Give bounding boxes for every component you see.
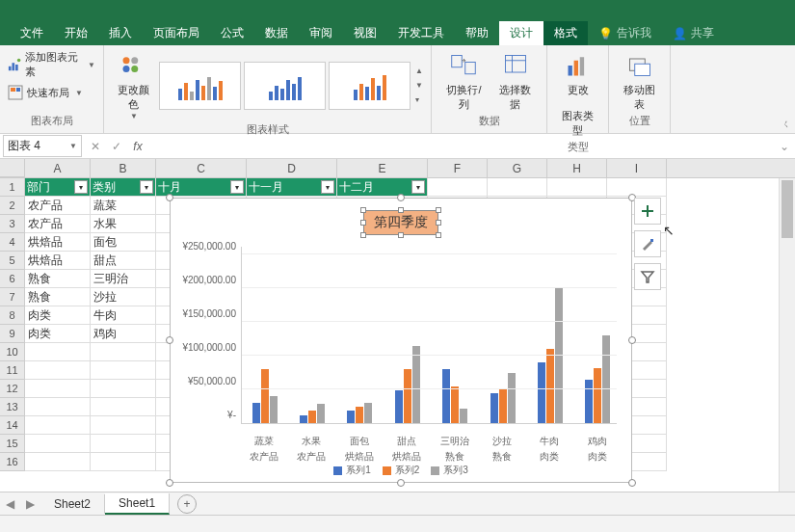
quick-layout[interactable]: 快速布局▼	[6, 83, 85, 102]
row-header[interactable]: 5	[0, 252, 25, 270]
cell[interactable]	[607, 178, 667, 197]
filter-icon[interactable]: ▾	[230, 180, 244, 194]
data-cell[interactable]: 三明治	[91, 270, 156, 288]
tab-formula[interactable]: 公式	[210, 21, 254, 45]
chart-bar[interactable]	[490, 393, 498, 424]
data-cell[interactable]: 水果	[91, 215, 156, 233]
style-thumb-3[interactable]	[329, 62, 411, 110]
row-header[interactable]: 2	[0, 197, 25, 215]
chart-bar[interactable]	[300, 415, 307, 423]
cell[interactable]	[428, 178, 488, 197]
row-header[interactable]: 7	[0, 288, 25, 306]
resize-handle[interactable]	[397, 194, 405, 201]
row-header[interactable]: 15	[0, 435, 25, 453]
row-header[interactable]: 10	[0, 343, 25, 361]
col-header[interactable]: D	[247, 159, 337, 177]
switch-row-col[interactable]: 切换行/列	[437, 48, 490, 114]
chart-bar[interactable]	[252, 403, 260, 423]
plot-area[interactable]	[241, 247, 617, 424]
data-cell[interactable]: 肉类	[25, 306, 91, 325]
table-header-cell[interactable]: 十一月▾	[247, 178, 337, 197]
add-sheet-button[interactable]: +	[177, 494, 197, 514]
select-data[interactable]: 选择数据	[490, 48, 541, 114]
chart-bar[interactable]	[364, 403, 372, 423]
tab-layout[interactable]: 页面布局	[143, 21, 210, 45]
col-header[interactable]: E	[337, 159, 428, 177]
tab-design[interactable]: 设计	[499, 21, 543, 45]
tab-home[interactable]: 开始	[54, 21, 98, 45]
chart-bar[interactable]	[602, 335, 610, 423]
scroll-up-icon[interactable]: ▲	[415, 66, 423, 75]
data-cell[interactable]: 熟食	[25, 288, 91, 306]
resize-handle[interactable]	[166, 479, 173, 487]
chart-bar[interactable]	[451, 386, 459, 424]
cell[interactable]	[91, 343, 156, 361]
row-header[interactable]: 4	[0, 233, 25, 252]
chart-object[interactable]: 第四季度 ¥-¥50,000.00¥100,000.00¥150,000.00¥…	[170, 198, 632, 483]
cell[interactable]	[25, 453, 91, 471]
share-button[interactable]: 👤共享	[662, 21, 725, 45]
col-header[interactable]: G	[488, 159, 547, 177]
resize-handle[interactable]	[628, 336, 636, 344]
name-box[interactable]: 图表 4▼	[3, 135, 82, 157]
cell[interactable]	[91, 398, 156, 416]
data-cell[interactable]: 蔬菜	[91, 197, 156, 215]
cell[interactable]	[25, 435, 91, 453]
tab-nav-next[interactable]: ▶	[20, 497, 40, 511]
tab-format[interactable]: 格式	[543, 21, 588, 45]
data-cell[interactable]: 面包	[91, 233, 156, 252]
scroll-down-icon[interactable]: ▼	[415, 81, 423, 90]
chart-bar[interactable]	[442, 369, 450, 423]
chart-legend[interactable]: 系列1系列2系列3	[175, 464, 626, 477]
change-chart-type[interactable]: 更改图表类型	[553, 48, 602, 140]
legend-item[interactable]: 系列3	[431, 464, 468, 477]
row-header[interactable]: 11	[0, 361, 25, 380]
collapse-ribbon-icon[interactable]: ㄑ	[782, 118, 791, 131]
chart-bar[interactable]	[594, 368, 601, 423]
row-header[interactable]: 6	[0, 270, 25, 288]
row-header[interactable]: 16	[0, 453, 25, 471]
tab-data[interactable]: 数据	[254, 21, 299, 45]
cell[interactable]	[547, 178, 607, 197]
tell-me[interactable]: 💡告诉我	[588, 21, 662, 45]
chart-bar[interactable]	[356, 407, 363, 424]
cell[interactable]	[91, 380, 156, 398]
table-header-cell[interactable]: 类别▾	[91, 178, 156, 197]
row-header[interactable]: 13	[0, 398, 25, 416]
cell[interactable]	[91, 416, 156, 435]
tab-help[interactable]: 帮助	[455, 21, 499, 45]
chart-bar[interactable]	[546, 349, 554, 423]
data-cell[interactable]: 烘焙品	[25, 252, 91, 270]
tab-dev[interactable]: 开发工具	[387, 21, 455, 45]
data-cell[interactable]: 牛肉	[91, 306, 156, 325]
tab-file[interactable]: 文件	[10, 21, 54, 45]
col-header[interactable]: A	[25, 159, 91, 177]
row-header[interactable]: 9	[0, 325, 25, 343]
chart-filter-button[interactable]	[634, 263, 661, 290]
chart-style-gallery[interactable]	[156, 59, 413, 113]
cell[interactable]	[91, 453, 156, 471]
chart-bar[interactable]	[412, 346, 420, 424]
filter-icon[interactable]: ▾	[321, 180, 334, 194]
chart-bar[interactable]	[404, 369, 411, 423]
data-cell[interactable]: 熟食	[25, 270, 91, 288]
style-thumb-1[interactable]	[159, 62, 241, 110]
tab-nav-prev[interactable]: ◀	[0, 497, 20, 511]
chart-bar[interactable]	[499, 388, 507, 423]
chart-bar[interactable]	[395, 390, 403, 423]
data-cell[interactable]: 甜点	[91, 252, 156, 270]
col-header[interactable]: I	[607, 159, 667, 177]
sheet-tab-sheet2[interactable]: Sheet2	[40, 494, 105, 514]
col-header[interactable]: B	[91, 159, 156, 177]
cancel-icon[interactable]: ✕	[85, 136, 106, 157]
filter-icon[interactable]: ▾	[411, 180, 425, 194]
filter-icon[interactable]: ▾	[140, 180, 153, 194]
row-header[interactable]: 8	[0, 306, 25, 325]
data-cell[interactable]: 肉类	[25, 325, 91, 343]
chart-bar[interactable]	[347, 411, 355, 423]
legend-item[interactable]: 系列2	[383, 464, 420, 477]
data-cell[interactable]: 沙拉	[91, 288, 156, 306]
select-all-corner[interactable]	[0, 159, 25, 177]
data-cell[interactable]: 烘焙品	[25, 233, 91, 252]
filter-icon[interactable]: ▾	[74, 180, 88, 194]
